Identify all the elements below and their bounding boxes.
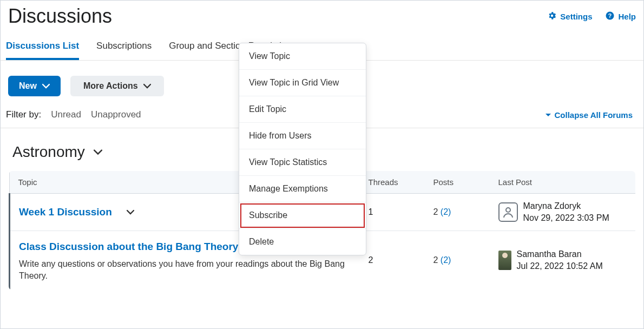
threads-count: 2 (360, 231, 425, 291)
menu-edit-topic[interactable]: Edit Topic (239, 96, 366, 123)
topic-link[interactable]: Class Discussion about the Big Bang Theo… (19, 239, 265, 255)
unread-count[interactable]: (2) (441, 255, 451, 265)
collapse-all-link[interactable]: Collapse All Forums (545, 110, 633, 120)
more-actions-button[interactable]: More Actions (70, 76, 164, 96)
last-post-author: Samantha Baran (517, 249, 603, 259)
filter-label: Filter by: (6, 109, 41, 120)
threads-count: 1 (360, 194, 425, 231)
menu-view-topic[interactable]: View Topic (239, 43, 366, 70)
topic-description: Write any questions or observations you … (19, 258, 351, 282)
menu-hide-users[interactable]: Hide from Users (239, 123, 366, 149)
menu-subscribe[interactable]: Subscribe (239, 202, 366, 229)
last-post-date: Jul 22, 2022 10:52 AM (517, 261, 603, 271)
avatar (498, 251, 511, 270)
posts-count: 2 (2) (425, 231, 490, 291)
last-post-date: Nov 29, 2022 3:03 PM (523, 213, 609, 223)
settings-link[interactable]: Settings (547, 11, 592, 22)
help-icon: ? (605, 11, 615, 22)
menu-view-grid[interactable]: View Topic in Grid View (239, 70, 366, 96)
caret-down-icon (545, 110, 551, 120)
menu-view-stats[interactable]: View Topic Statistics (239, 149, 366, 176)
menu-delete[interactable]: Delete (239, 229, 366, 255)
topic-link[interactable]: Week 1 Discussion (19, 204, 139, 220)
posts-count: 2 (2) (425, 194, 490, 231)
forum-menu-toggle[interactable] (94, 149, 102, 155)
topic-context-menu: View Topic View Topic in Grid View Edit … (239, 43, 366, 255)
gear-icon (547, 11, 557, 22)
col-last-post: Last Post (490, 171, 636, 194)
help-link[interactable]: ? Help (605, 11, 636, 22)
filter-unapproved[interactable]: Unapproved (91, 109, 141, 120)
col-posts: Posts (425, 171, 490, 194)
filter-unread[interactable]: Unread (51, 109, 81, 120)
unread-count[interactable]: (2) (441, 207, 451, 216)
last-post-author: Maryna Zdoryk (523, 201, 609, 211)
tab-subscriptions[interactable]: Subscriptions (96, 37, 152, 60)
page-title: Discussions (8, 5, 112, 28)
avatar (498, 202, 518, 222)
svg-text:?: ? (608, 12, 612, 18)
menu-manage-exemptions[interactable]: Manage Exemptions (239, 176, 366, 202)
chevron-down-icon (143, 83, 151, 89)
chevron-down-icon (42, 83, 50, 89)
col-threads: Threads (360, 171, 425, 194)
tab-discussions-list[interactable]: Discussions List (6, 37, 79, 60)
forum-title: Astronomy (12, 143, 85, 161)
svg-point-2 (506, 208, 510, 212)
new-button[interactable]: New (8, 76, 61, 96)
topic-menu-toggle[interactable] (122, 204, 139, 220)
